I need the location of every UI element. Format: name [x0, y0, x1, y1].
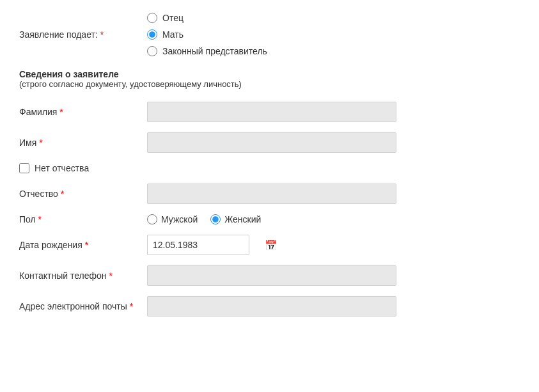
applicant-mother-option[interactable]: Мать — [147, 29, 267, 40]
birth-date-input[interactable] — [153, 240, 265, 250]
last-name-label: Фамилия * — [19, 107, 147, 117]
applicant-father-option[interactable]: Отец — [147, 13, 267, 23]
father-label: Отец — [162, 13, 184, 23]
patronymic-row: Отчество * — [19, 184, 520, 204]
male-radio[interactable] — [147, 214, 157, 224]
email-label: Адрес электронной почты * — [19, 301, 147, 311]
email-input[interactable] — [147, 296, 396, 317]
section-header: Сведения о заявителе (строго согласно до… — [19, 69, 520, 89]
applicant-label: Заявление подает: * — [19, 29, 147, 40]
gender-radio-group: Мужской Женский — [147, 214, 261, 224]
last-name-input[interactable] — [147, 102, 396, 122]
female-radio[interactable] — [210, 214, 221, 224]
patronymic-input[interactable] — [147, 184, 396, 204]
no-patronymic-row: Нет отчества — [19, 163, 520, 173]
patronymic-label: Отчество * — [19, 189, 147, 199]
no-patronymic-checkbox[interactable] — [19, 163, 29, 173]
no-patronymic-label[interactable]: Нет отчества — [35, 163, 89, 173]
birth-date-wrapper: 📅 — [147, 235, 249, 255]
father-radio[interactable] — [147, 13, 157, 23]
male-label: Мужской — [161, 214, 198, 224]
section-title: Сведения о заявителе — [19, 69, 520, 79]
birth-date-label: Дата рождения * — [19, 240, 147, 250]
section-subtitle: (строго согласно документу, удостоверяющ… — [19, 79, 520, 89]
applicant-radio-group: Отец Мать Законный представитель — [147, 13, 267, 56]
phone-input[interactable] — [147, 265, 396, 286]
female-label: Женский — [224, 214, 261, 224]
first-name-row: Имя * — [19, 132, 520, 153]
mother-label: Мать — [162, 29, 184, 40]
email-row: Адрес электронной почты * — [19, 296, 520, 317]
gender-row: Пол * Мужской Женский — [19, 214, 520, 224]
gender-label: Пол * — [19, 214, 147, 224]
phone-row: Контактный телефон * — [19, 265, 520, 286]
gender-female-option[interactable]: Женский — [210, 214, 261, 224]
calendar-icon[interactable]: 📅 — [265, 239, 277, 251]
birth-date-row: Дата рождения * 📅 — [19, 235, 520, 255]
first-name-input[interactable] — [147, 132, 396, 153]
applicant-legal-rep-option[interactable]: Законный представитель — [147, 46, 267, 56]
legal-rep-label: Законный представитель — [162, 46, 267, 56]
last-name-row: Фамилия * — [19, 102, 520, 122]
gender-male-option[interactable]: Мужской — [147, 214, 198, 224]
first-name-label: Имя * — [19, 137, 147, 148]
phone-label: Контактный телефон * — [19, 270, 147, 281]
mother-radio[interactable] — [147, 29, 157, 40]
legal-rep-radio[interactable] — [147, 46, 157, 56]
